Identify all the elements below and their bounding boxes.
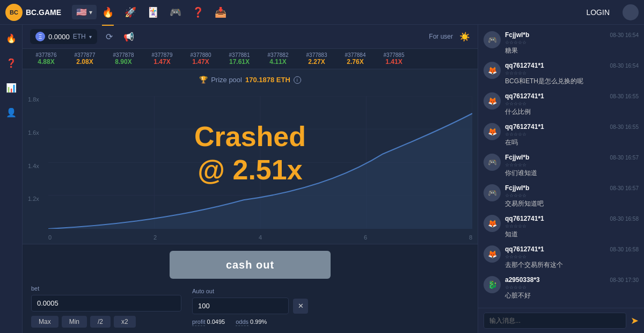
ticker-item[interactable]: 377879 1.47X — [146, 52, 178, 66]
chat-message: 🎮 Fcjjwl*b 08-30 16:57 ☆☆☆☆☆ 交易所知道吧 — [478, 181, 644, 212]
odds-value: 0.99% — [250, 318, 267, 325]
ticker-item[interactable]: 377881 17.61X — [223, 52, 255, 66]
profit-row: profit 0.0495 odds 0.99% — [192, 318, 308, 325]
ticker-round: 377876 — [36, 52, 57, 58]
speaker-icon[interactable]: 📢 — [121, 30, 136, 44]
double-button[interactable]: x2 — [114, 316, 136, 328]
refresh-icon[interactable]: ⟳ — [104, 30, 115, 44]
chat-username: qq7612741*1 — [505, 215, 544, 222]
chat-content: Fcjjwl*b 08-30 16:57 ☆☆☆☆☆ 你们谁知道 — [505, 154, 639, 178]
sidebar-user-icon[interactable]: 👤 — [3, 104, 19, 120]
auto-out-input-row: ✕ — [192, 298, 308, 314]
prize-pool-bar: 🏆 Prize pool 170.1878 ETH i — [199, 76, 301, 84]
y-label: 1.6x — [28, 129, 47, 136]
auto-out-group: Auto out ✕ profit 0.0495 odds 0.99% — [192, 288, 308, 325]
sidebar-chart-icon[interactable]: 📊 — [3, 79, 19, 96]
ticker-round: 377884 — [345, 52, 366, 58]
bet-label: bet — [31, 285, 181, 292]
cash-out-button[interactable]: cash out — [170, 251, 331, 279]
ticker-item[interactable]: 377876 4.88X — [30, 52, 62, 66]
chat-text: BCG和ETH是怎么兑换的呢 — [505, 77, 639, 86]
login-button[interactable]: LOGIN — [579, 5, 617, 20]
auto-out-input[interactable] — [192, 298, 289, 314]
chat-time: 08-30 16:57 — [610, 155, 639, 161]
ticker-item[interactable]: 377882 4.11X — [262, 52, 294, 66]
ticker-item[interactable]: 377878 8.90X — [107, 52, 140, 66]
avatar[interactable] — [623, 4, 639, 20]
chat-message: 🎮 Fcjjwl*b 08-30 16:54 ☆☆☆☆☆ 糖果 — [478, 28, 644, 59]
chat-username: Fcjjwl*b — [505, 184, 529, 192]
avatar-emoji: 🦊 — [484, 62, 501, 79]
chat-message: 🦊 qq7612741*1 08-30 16:55 ☆☆☆☆☆ 什么比例 — [478, 89, 644, 120]
nav-rocket-icon[interactable]: 🚀 — [125, 6, 136, 18]
x-label: 8 — [469, 234, 472, 241]
chat-avatar: 🦊 — [484, 62, 501, 79]
ticker-round: 377879 — [152, 52, 173, 58]
min-button[interactable]: Min — [62, 316, 87, 328]
ticker-item[interactable]: 377885 1.41X — [378, 52, 410, 66]
chat-username: Fcjjwl*b — [505, 31, 529, 39]
chat-content: qq7612741*1 08-30 16:54 ☆☆☆☆☆ BCG和ETH是怎么… — [505, 62, 639, 86]
avatar-emoji: 🎮 — [484, 154, 501, 171]
chat-stars: ☆☆☆☆☆ — [505, 285, 639, 290]
sidebar-fire-icon[interactable]: 🔥 — [3, 30, 19, 46]
bet-input[interactable] — [31, 295, 181, 312]
language-selector[interactable]: 🇺🇸 ▾ — [72, 5, 97, 19]
ticker-mult: 1.41X — [385, 58, 402, 66]
ticker-mult: 17.61X — [229, 58, 250, 66]
auto-out-label: Auto out — [192, 288, 308, 294]
chat-text: 什么比例 — [505, 107, 639, 117]
chat-meta: Fcjjwl*b 08-30 16:54 — [505, 31, 639, 39]
ticker-item[interactable]: 377883 2.27X — [301, 52, 333, 66]
nav-help-icon[interactable]: ❓ — [192, 6, 204, 18]
ticker-mult: 4.88X — [38, 58, 54, 66]
chat-avatar: 🦊 — [484, 123, 501, 140]
chat-time: 08-30 16:55 — [610, 124, 639, 130]
chat-stars: ☆☆☆☆☆ — [505, 101, 639, 106]
nav-gamepad-icon[interactable]: 🎮 — [170, 6, 181, 18]
theme-toggle-icon[interactable]: ☀️ — [459, 32, 470, 42]
ticker-item[interactable]: 377884 2.76X — [339, 52, 371, 66]
nav-cards-icon[interactable]: 🃏 — [147, 6, 159, 18]
chat-time: 08-30 16:58 — [610, 216, 639, 222]
eth-icon: Ξ — [35, 32, 45, 41]
balance-selector[interactable]: Ξ 0.0000 ETH ▾ — [30, 29, 97, 44]
chat-stars: ☆☆☆☆☆ — [505, 193, 639, 198]
clear-auto-out-button[interactable]: ✕ — [293, 299, 308, 314]
chat-content: Fcjjwl*b 08-30 16:54 ☆☆☆☆☆ 糖果 — [505, 31, 639, 55]
profit-label: profit 0.0495 — [192, 318, 225, 325]
chat-input[interactable] — [484, 313, 626, 329]
chat-avatar: 🎮 — [484, 184, 501, 201]
info-icon[interactable]: i — [294, 76, 301, 84]
profit-value: 0.0495 — [207, 318, 225, 325]
chat-send-button[interactable]: ➤ — [631, 315, 639, 327]
chat-username: qq7612741*1 — [505, 123, 544, 131]
logo-icon: BC — [5, 4, 23, 21]
dropdown-arrow-icon: ▾ — [89, 9, 92, 16]
max-button[interactable]: Max — [31, 316, 58, 328]
chat-meta: Fcjjwl*b 08-30 16:57 — [505, 184, 639, 192]
chat-stars: ☆☆☆☆☆ — [505, 132, 639, 137]
ticker-mult: 4.11X — [269, 58, 286, 66]
ticker-round: 377877 — [75, 52, 96, 58]
ticker-mult: 8.90X — [115, 58, 131, 66]
chat-avatar: 🦊 — [484, 215, 501, 232]
nav-download-icon[interactable]: 📥 — [215, 6, 226, 18]
crash-display: Crashed @ 2.51x — [194, 120, 306, 187]
chat-username: qq7612741*1 — [505, 62, 544, 69]
avatar-emoji: 🦊 — [484, 123, 501, 140]
half-button[interactable]: /2 — [90, 316, 111, 328]
y-label: 1.2x — [28, 196, 47, 202]
logo-text: BC.GAME — [26, 8, 61, 17]
chat-avatar: 🐉 — [484, 276, 501, 293]
ticker-item[interactable]: 377877 2.08X — [69, 52, 101, 66]
sidebar-question-icon[interactable]: ❓ — [3, 55, 19, 71]
nav-fire-icon[interactable]: 🔥 — [102, 6, 114, 18]
betting-area: cash out bet Max Min /2 x2 Auto out — [23, 244, 478, 333]
ticker-round: 377883 — [306, 52, 327, 58]
ticker-round: 377882 — [268, 52, 289, 58]
ticker-item[interactable]: 377880 1.47X — [185, 52, 217, 66]
chat-message: 🦊 qq7612741*1 08-30 16:58 ☆☆☆☆☆ 知道 — [478, 212, 644, 242]
chat-stars: ☆☆☆☆☆ — [505, 40, 639, 45]
main-layout: 🔥 ❓ 📊 👤 Ξ 0.0000 ETH ▾ ⟳ 📢 For user ☀️ 3… — [0, 25, 644, 333]
